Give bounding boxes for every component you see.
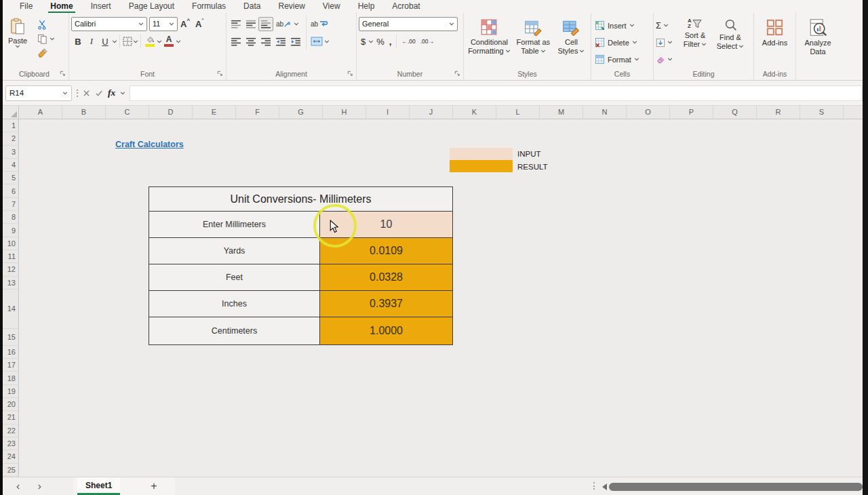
format-as-table-button[interactable]: Format as Table	[513, 15, 554, 55]
value-cell[interactable]: 1.0000	[320, 317, 452, 344]
column-header[interactable]: A	[19, 106, 62, 119]
chevron-down-icon[interactable]	[134, 40, 138, 42]
unit-label-cell[interactable]: Yards	[149, 238, 320, 264]
unit-label-cell[interactable]: Enter Millimeters	[149, 212, 320, 237]
italic-button[interactable]: I	[85, 34, 98, 49]
fill-button[interactable]	[656, 34, 677, 51]
comma-style-button[interactable]: ,	[387, 37, 394, 47]
column-header[interactable]: S	[800, 106, 844, 119]
chevron-down-icon[interactable]	[176, 40, 180, 42]
ribbon-tab[interactable]: Data	[235, 0, 269, 13]
font-name-combobox[interactable]: Calibri	[71, 17, 147, 31]
cut-button[interactable]	[37, 18, 55, 31]
addins-button[interactable]: Add-ins	[756, 15, 793, 47]
borders-button[interactable]	[122, 36, 133, 47]
row-header[interactable]: 7	[3, 198, 18, 211]
paste-button[interactable]: Paste	[2, 15, 33, 48]
ribbon-tab[interactable]: Home	[41, 0, 81, 13]
scrollbar-split-handle[interactable]	[593, 482, 595, 490]
row-header[interactable]: 22	[3, 424, 18, 437]
ribbon-tab[interactable]: File	[11, 0, 41, 13]
increase-indent-button[interactable]	[288, 35, 303, 49]
wrap-text-button[interactable]: ab	[311, 15, 330, 33]
unit-label-cell[interactable]: Feet	[149, 264, 320, 290]
font-color-button[interactable]: A	[162, 34, 176, 49]
row-header[interactable]: 1	[3, 119, 18, 132]
underline-button[interactable]: U	[98, 34, 112, 49]
find-select-button[interactable]: Find & Select	[713, 15, 748, 50]
column-header[interactable]: P	[670, 106, 713, 119]
clear-button[interactable]	[656, 51, 677, 68]
column-header[interactable]: Q	[713, 106, 757, 119]
dialog-launcher-icon[interactable]	[454, 71, 460, 77]
chevron-down-icon[interactable]	[294, 22, 298, 24]
next-sheet-button[interactable]	[34, 481, 45, 492]
column-header[interactable]: D	[149, 106, 193, 119]
column-header[interactable]: C	[106, 106, 149, 119]
row-header[interactable]: 5	[3, 172, 18, 184]
chevron-down-icon[interactable]	[157, 40, 161, 42]
row-header[interactable]: 8	[3, 211, 18, 224]
decrease-font-size-button[interactable]: Aˇ	[193, 19, 206, 29]
row-header[interactable]: 18	[3, 372, 18, 384]
decrease-indent-button[interactable]	[273, 35, 288, 49]
insert-cells-button[interactable]: Insert	[593, 17, 635, 34]
font-size-combobox[interactable]: 11	[149, 17, 178, 31]
row-header[interactable]: 15	[3, 329, 18, 346]
sheet-grid[interactable]: Craft Calculators INPUT RESULT Unit Conv…	[19, 119, 863, 477]
column-header[interactable]: R	[757, 106, 800, 119]
ribbon-tab[interactable]: Help	[349, 0, 384, 13]
fill-color-button[interactable]	[143, 34, 157, 49]
top-align-button[interactable]	[229, 17, 243, 31]
ribbon-tab[interactable]: Formulas	[183, 0, 235, 13]
ribbon-tab[interactable]: Insert	[82, 0, 120, 13]
ribbon-tab[interactable]: View	[314, 0, 349, 13]
sheet-tab-active[interactable]: Sheet1	[77, 477, 120, 495]
craft-calculators-link[interactable]: Craft Calculators	[115, 140, 184, 149]
column-header[interactable]: I	[366, 106, 410, 119]
autosum-button[interactable]: Σ	[656, 17, 677, 34]
conditional-formatting-button[interactable]: Conditional Formatting	[466, 15, 513, 55]
delete-cells-button[interactable]: Delete	[593, 34, 637, 51]
chevron-down-icon[interactable]	[369, 40, 373, 42]
copy-button[interactable]	[37, 33, 55, 45]
row-header[interactable]: 20	[3, 398, 18, 411]
row-header[interactable]: 17	[3, 359, 18, 372]
align-right-button[interactable]	[258, 35, 273, 49]
bottom-align-button[interactable]	[258, 17, 273, 31]
unit-label-cell[interactable]: Centimeters	[149, 317, 320, 344]
unit-label-cell[interactable]: Inches	[149, 291, 320, 317]
row-header[interactable]: 12	[3, 263, 18, 276]
row-header[interactable]: 11	[3, 250, 18, 263]
column-header[interactable]: N	[583, 106, 627, 119]
row-header[interactable]: 10	[3, 237, 18, 250]
column-header[interactable]: J	[410, 106, 453, 119]
align-center-button[interactable]	[243, 35, 258, 49]
row-header[interactable]: 23	[3, 437, 18, 450]
row-header[interactable]: 2	[3, 132, 18, 145]
column-header[interactable]: E	[193, 106, 236, 119]
value-cell[interactable]: 0.0328	[320, 264, 452, 290]
column-header[interactable]: H	[323, 106, 366, 119]
column-header[interactable]: O	[627, 106, 670, 119]
formula-input[interactable]	[130, 85, 863, 101]
increase-font-size-button[interactable]: A^	[178, 19, 193, 29]
sort-filter-button[interactable]: AZ Sort & Filter	[677, 15, 713, 48]
analyze-data-button[interactable]: Analyze Data	[798, 15, 837, 56]
row-header[interactable]: 24	[3, 450, 18, 463]
row-header[interactable]: 25	[3, 464, 18, 477]
input-legend-swatch[interactable]	[450, 148, 513, 160]
row-header[interactable]: 6	[3, 184, 18, 197]
decrease-decimal-button[interactable]: .00→	[418, 38, 436, 45]
increase-decimal-button[interactable]: ←.00	[399, 38, 417, 45]
add-sheet-button[interactable]: +	[146, 479, 161, 494]
ribbon-tab[interactable]: Review	[269, 0, 313, 13]
cancel-entry-icon[interactable]	[83, 90, 90, 97]
dialog-launcher-icon[interactable]	[347, 71, 353, 77]
column-header[interactable]: T	[844, 106, 863, 119]
chevron-down-icon[interactable]	[113, 40, 117, 42]
insert-function-button[interactable]: fx	[108, 87, 115, 98]
row-header[interactable]: 3	[3, 146, 18, 159]
horizontal-scrollbar-thumb[interactable]	[609, 483, 863, 491]
percent-style-button[interactable]: %	[374, 37, 387, 47]
